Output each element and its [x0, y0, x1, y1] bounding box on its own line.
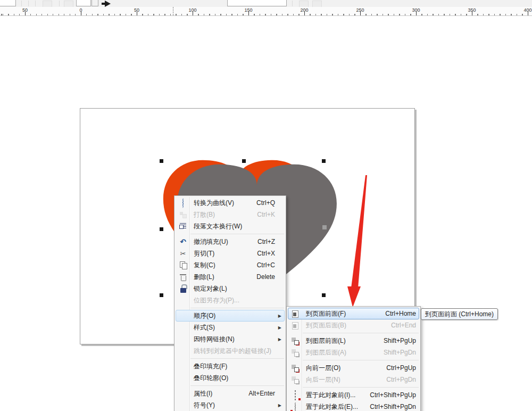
submenu-item-to-front-of-page[interactable]: 到页面前面(F) Ctrl+Home [288, 308, 419, 319]
menu-item-convert-to-curves[interactable]: 转换为曲线(V) Ctrl+Q [176, 197, 285, 209]
cut-icon: ✂ [179, 249, 188, 258]
toolbar-separator [35, 1, 36, 6]
arrow-tool-icon [105, 1, 111, 7]
submenu-item-to-back-of-layer: 到图层后面(A) Shift+PgDn [288, 347, 419, 358]
menu-separator [303, 360, 419, 360]
menu-item-paragraph-text-wrap[interactable]: 段落文本换行(W) [176, 220, 285, 232]
copy-icon [179, 261, 188, 270]
menu-item-undo-fill[interactable]: ↶ 撤消填充(U) Ctrl+Z [176, 236, 285, 248]
submenu-item-to-back-of-page: 到页面后面(B) Ctrl+End [288, 319, 419, 331]
lock-icon [179, 284, 188, 293]
toolbar-combo-fragment[interactable] [76, 0, 91, 6]
menu-item-cut[interactable]: ✂ 剪切(T) Ctrl+X [176, 248, 285, 259]
toolbar-fragment-field[interactable] [0, 0, 16, 6]
menu-item-copy[interactable]: 复制(C) Ctrl+C [176, 259, 285, 271]
menu-item-save-bitmap-as: 位图另存为(P)... [176, 294, 285, 306]
tooltip-text: 到页面前面 (Ctrl+Home) [425, 310, 494, 319]
horizontal-ruler[interactable]: 50 0 50 100 150 200 250 300 350 400 [0, 7, 532, 16]
to-front-of-layer-icon [291, 336, 300, 346]
toolbar-remnant [0, 0, 532, 7]
back-one-icon [291, 375, 300, 384]
tooltip: 到页面前面 (Ctrl+Home) [421, 308, 498, 320]
submenu-item-back-one: 向后一层(N) Ctrl+PgDn [288, 374, 419, 385]
submenu-item-in-front-of[interactable]: 置于此对象前(I)... Ctrl+Shift+PgUp [288, 389, 419, 401]
menu-item-overprint-outline[interactable]: 叠印轮廓(O) [176, 372, 285, 384]
submenu-item-forward-one[interactable]: 向前一层(O) Ctrl+PgUp [288, 362, 419, 374]
break-apart-icon [179, 210, 188, 219]
ruler-label: 50 [134, 7, 139, 13]
menu-item-break-apart: 打散(B) Ctrl+K [176, 209, 285, 220]
ruler-label: 300 [412, 7, 420, 13]
menu-separator [303, 387, 419, 388]
paragraph-text-wrap-icon [179, 222, 188, 231]
delete-icon [179, 273, 188, 282]
ruler-label: 150 [244, 7, 252, 13]
menu-separator [190, 234, 284, 234]
context-menu: 转换为曲线(V) Ctrl+Q 打散(B) Ctrl+K 段落文本换行(W) ↶… [174, 195, 286, 411]
submenu-item-behind[interactable]: 置于此对象后(E)... Ctrl+Shift+PgDn [288, 401, 419, 411]
menu-separator [190, 308, 284, 308]
menu-item-delete[interactable]: 删除(L) Delete [176, 271, 285, 283]
ruler-label: 350 [468, 7, 476, 13]
submenu-arrow-icon: ▶ [278, 337, 281, 342]
menu-item-styles[interactable]: 样式(S) ▶ [176, 322, 285, 333]
menu-separator [190, 358, 284, 359]
coreldraw-workspace: { "ruler": { "labels": ["50", "0", "50",… [0, 0, 532, 411]
submenu-arrow-icon: ▶ [278, 314, 281, 318]
menu-item-lock-object[interactable]: 锁定对象(L) [176, 283, 285, 294]
menu-item-jump-to-hyperlink: 跳转到浏览器中的超链接(J) [176, 345, 285, 357]
submenu-arrow-icon: ▶ [278, 403, 281, 408]
menu-item-symbol[interactable]: 符号(Y) ▶ [176, 399, 285, 411]
ruler-label: 0 [79, 7, 82, 13]
menu-separator [303, 333, 419, 333]
in-front-of-icon [291, 391, 300, 400]
to-back-of-page-icon [291, 321, 300, 330]
forward-one-icon [291, 364, 300, 373]
toolbar-separator [28, 1, 29, 6]
order-submenu: 到页面前面(F) Ctrl+Home 到页面后面(B) Ctrl+End 到图层… [286, 306, 421, 411]
toolbar-input-fragment[interactable] [227, 0, 287, 6]
submenu-arrow-icon: ▶ [278, 325, 281, 330]
toolbar-button-fragment[interactable] [92, 0, 98, 6]
ruler-cursor-indicator [173, 7, 173, 15]
ruler-label: 100 [188, 7, 196, 13]
ruler-label: 200 [300, 7, 308, 13]
convert-to-curves-icon [179, 199, 188, 208]
toolbar-separator [292, 1, 293, 6]
ruler-label: 400 [523, 7, 531, 13]
menu-item-properties[interactable]: 属性(I) Alt+Enter [176, 388, 285, 399]
to-front-of-page-icon [291, 309, 300, 318]
menu-item-order[interactable]: 顺序(O) ▶ [176, 310, 285, 322]
toolbar-separator [21, 1, 22, 6]
menu-item-internet-links[interactable]: 因特网链接(N) ▶ [176, 333, 285, 345]
menu-item-overprint-fill[interactable]: 叠印填充(F) [176, 360, 285, 372]
menu-separator [190, 385, 284, 386]
ruler-label: 50 [22, 7, 28, 13]
ruler-label: 250 [356, 7, 364, 13]
submenu-item-to-front-of-layer[interactable]: 到图层前面(L) Shift+PgUp [288, 335, 419, 347]
undo-icon: ↶ [179, 237, 188, 246]
toolbar-separator [59, 1, 60, 6]
to-back-of-layer-icon [291, 348, 300, 357]
behind-icon [291, 402, 300, 411]
